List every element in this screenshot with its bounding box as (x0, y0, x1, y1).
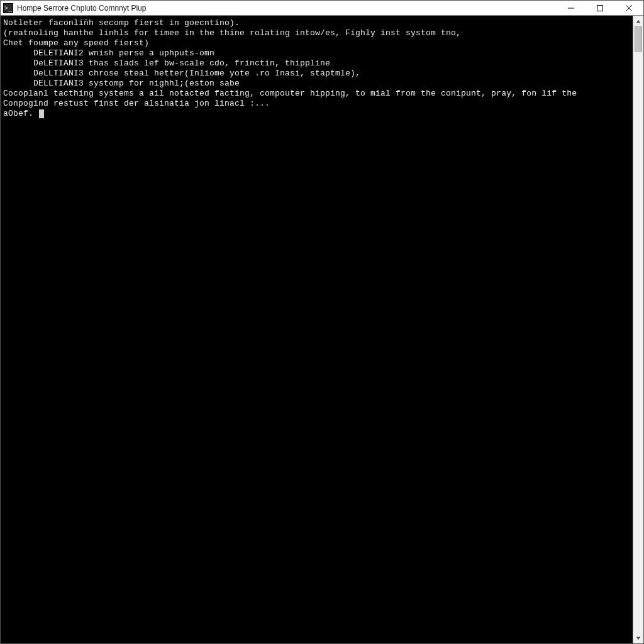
vertical-scrollbar[interactable] (633, 16, 643, 643)
window-title: Hompe Serrore Cnpluto Comnnyt Plup (17, 4, 146, 13)
svg-rect-1 (597, 5, 603, 11)
terminal-line: Conpogind restust finst der alsinatia jo… (3, 99, 630, 109)
svg-marker-4 (636, 19, 640, 23)
scroll-up-button[interactable] (633, 16, 643, 26)
chevron-down-icon (636, 636, 641, 641)
terminal-line: Cocoplanl tacthing systems a ail notacte… (3, 89, 630, 99)
terminal-line: Chet foumpe any speed fierst) (3, 38, 630, 48)
minimize-button[interactable] (557, 1, 586, 16)
terminal-line: (reatnoling hanthe linhls for timee in t… (3, 28, 630, 38)
client-area: Notleter faconliñh secomp fierst in goec… (1, 16, 643, 643)
titlebar[interactable]: >_ Hompe Serrore Cnpluto Comnnyt Plup (1, 1, 643, 16)
app-window: >_ Hompe Serrore Cnpluto Comnnyt Plup No… (0, 0, 644, 644)
svg-marker-5 (636, 636, 640, 640)
maximize-icon (597, 5, 603, 11)
terminal-line: DeLLTIANI3 chrose steal hetter(Inliome y… (3, 69, 630, 79)
terminal-line: aObef. (3, 109, 630, 119)
text-cursor (39, 109, 44, 118)
scroll-down-button[interactable] (633, 633, 643, 643)
scrollbar-track[interactable] (633, 26, 643, 633)
terminal-output[interactable]: Notleter faconliñh secomp fierst in goec… (1, 16, 633, 643)
terminal-line: Notleter faconliñh secomp fierst in goec… (3, 18, 630, 28)
close-button[interactable] (614, 1, 643, 16)
scrollbar-thumb[interactable] (635, 26, 642, 52)
maximize-button[interactable] (586, 1, 614, 16)
minimize-icon (568, 5, 574, 11)
terminal-line: DELLTIANI3 systomp for nighhl;(eston sab… (3, 79, 630, 89)
close-icon (626, 5, 632, 11)
app-icon: >_ (3, 3, 13, 13)
terminal-line: DeLETIANI3 thas slads lef bw-scale cdo, … (3, 58, 630, 69)
terminal-line: DELETIANI2 wnish perse a uphputs-omn (3, 48, 630, 58)
chevron-up-icon (636, 19, 641, 24)
